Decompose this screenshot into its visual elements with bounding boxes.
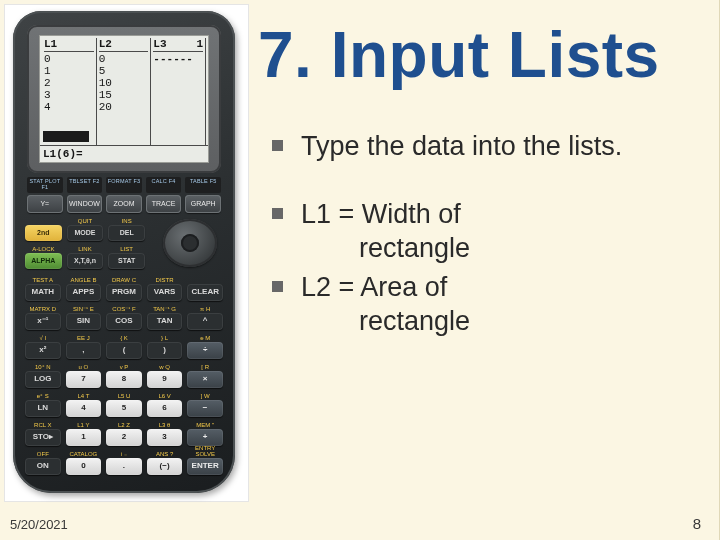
key-superlabel: RCL X <box>25 422 61 428</box>
key-button: STAT <box>108 253 145 269</box>
key-superlabel: } L <box>147 335 183 341</box>
soft-label: TABLE F5 <box>185 177 221 193</box>
key-superlabel: [ R <box>187 364 223 370</box>
key-button: DEL <box>108 225 145 241</box>
soft-label: CALC F4 <box>146 177 182 193</box>
key: TAN⁻¹ GTAN <box>147 306 183 330</box>
calculator-screen: L1 0 1 2 3 4 L2 0 5 10 15 20 L3 1 <box>39 35 209 163</box>
key-row: 2ndQUITMODEINSDEL <box>25 219 145 241</box>
footer-date: 5/20/2021 <box>10 517 68 532</box>
soft-label: FORMAT F3 <box>106 177 142 193</box>
function-key-row: Y=WINDOWZOOMTRACEGRAPH <box>27 195 221 213</box>
key-row: √ Ix²EE J,{ K(} L)e M÷ <box>25 335 223 359</box>
key-superlabel: TAN⁻¹ G <box>147 306 183 312</box>
list-col-l1: L1 0 1 2 3 4 <box>42 38 97 145</box>
key-button: . <box>106 458 142 475</box>
key-superlabel: w Q <box>147 364 183 370</box>
key: } L) <box>147 335 183 359</box>
soft-label: TBLSET F2 <box>67 177 103 193</box>
key-row: eˣ SLNL4 T4L5 U5L6 V6] W− <box>25 393 223 417</box>
key-superlabel: L4 T <box>66 393 102 399</box>
function-key: GRAPH <box>185 195 221 213</box>
key: MATRX Dx⁻¹ <box>25 306 61 330</box>
key: ENTRY SOLVEENTER <box>187 445 223 475</box>
key: LINKX,T,θ,n <box>67 246 104 269</box>
footer-page-number: 8 <box>693 515 701 532</box>
l1-header: L1 <box>44 38 57 50</box>
key-row: TEST AMATHANGLE BAPPSDRAW CPRGMDISTRVARS… <box>25 277 223 301</box>
key-button: ^ <box>187 313 223 330</box>
entry-line: L1(6)= <box>40 145 208 162</box>
key-button: CLEAR <box>187 284 223 301</box>
key-button: TAN <box>147 313 183 330</box>
list-col-l3: L3 1 ------ <box>151 38 206 145</box>
key-row: OFFONCATALOG0i ₋.ANS ?(−)ENTRY SOLVEENTE… <box>25 451 223 475</box>
key-button: X,T,θ,n <box>67 253 104 269</box>
key: OFFON <box>25 451 61 475</box>
key: ANGLE BAPPS <box>66 277 102 301</box>
key-superlabel: ANGLE B <box>66 277 102 283</box>
bullet-icon <box>272 281 283 292</box>
key-button: STO▸ <box>25 429 61 446</box>
bullet-2-line2: rectangle <box>301 232 470 266</box>
key: COS⁻¹ FCOS <box>106 306 142 330</box>
key-button: LOG <box>25 371 61 388</box>
key-superlabel: eˣ S <box>25 393 61 399</box>
key-superlabel: EE J <box>66 335 102 341</box>
key: DISTRVARS <box>147 277 183 301</box>
key-superlabel: CATALOG <box>66 451 102 457</box>
key-superlabel: COS⁻¹ F <box>106 306 142 312</box>
key-superlabel: ] W <box>187 393 223 399</box>
bullet-3: L2 = Area of rectangle <box>272 271 691 339</box>
key-button: LN <box>25 400 61 417</box>
key: eˣ SLN <box>25 393 61 417</box>
key-button: (−) <box>147 458 183 475</box>
key: RCL XSTO▸ <box>25 422 61 446</box>
key: L2 Z2 <box>106 422 142 446</box>
key-button: 5 <box>106 400 142 417</box>
key-superlabel: L6 V <box>147 393 183 399</box>
soft-label-bar: STAT PLOT F1TBLSET F2FORMAT F3CALC F4TAB… <box>27 177 221 193</box>
function-key: Y= <box>27 195 63 213</box>
key-button: PRGM <box>106 284 142 301</box>
key-button: 8 <box>106 371 142 388</box>
key-button: 7 <box>66 371 102 388</box>
key-button: × <box>187 371 223 388</box>
key-button: MATH <box>25 284 61 301</box>
bullet-3-line2: rectangle <box>301 305 470 339</box>
bullet-1-text: Type the data into the lists. <box>301 130 622 164</box>
key: π H^ <box>187 306 223 330</box>
key-superlabel: MEM " <box>187 422 223 428</box>
key-superlabel: ANS ? <box>147 451 183 457</box>
key-superlabel: INS <box>108 218 145 224</box>
key-button: APPS <box>66 284 102 301</box>
key: { K( <box>106 335 142 359</box>
key-button: 2nd <box>25 225 62 241</box>
key: DRAW CPRGM <box>106 277 142 301</box>
key-superlabel: MATRX D <box>25 306 61 312</box>
screen-frame: L1 0 1 2 3 4 L2 0 5 10 15 20 L3 1 <box>27 25 221 173</box>
key: CLEAR <box>187 283 223 301</box>
function-key: WINDOW <box>67 195 103 213</box>
key: SIN⁻¹ ESIN <box>66 306 102 330</box>
key: L1 Y1 <box>66 422 102 446</box>
l3-header: L3 <box>153 38 166 50</box>
key: INSDEL <box>108 218 145 241</box>
key-button: + <box>187 429 223 446</box>
key: L6 V6 <box>147 393 183 417</box>
key-superlabel: π H <box>187 306 223 312</box>
key-button: 2 <box>106 429 142 446</box>
key-button: ) <box>147 342 183 359</box>
key-superlabel: SIN⁻¹ E <box>66 306 102 312</box>
key-button: SIN <box>66 313 102 330</box>
calculator-body: L1 0 1 2 3 4 L2 0 5 10 15 20 L3 1 <box>13 11 235 493</box>
l2-values: 0 5 10 15 20 <box>99 53 149 113</box>
bullet-list: Type the data into the lists. L1 = Width… <box>272 130 691 373</box>
key-button: ENTER <box>187 458 223 475</box>
key-button: ÷ <box>187 342 223 359</box>
key-superlabel: L1 Y <box>66 422 102 428</box>
key-button: 3 <box>147 429 183 446</box>
key-superlabel: QUIT <box>67 218 104 224</box>
key: [ R× <box>187 364 223 388</box>
key-superlabel: L5 U <box>106 393 142 399</box>
